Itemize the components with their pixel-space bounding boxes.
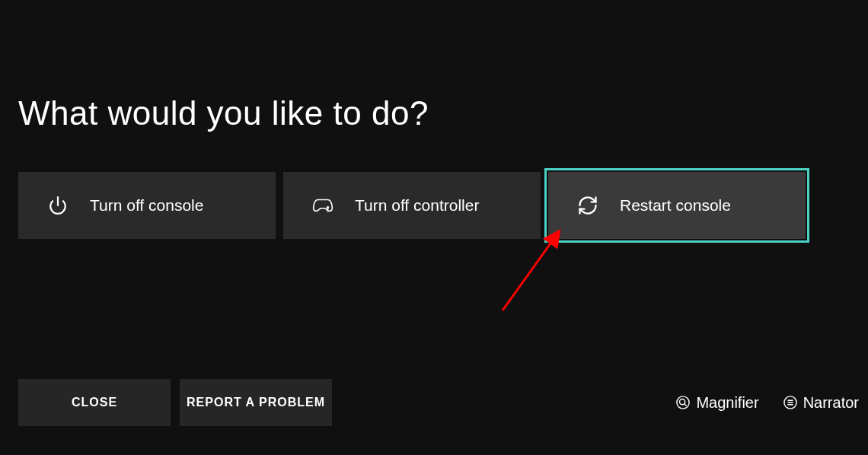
controller-icon — [312, 195, 333, 216]
power-menu-container: What would you like to do? Turn off cons… — [0, 0, 868, 455]
restart-console-label: Restart console — [620, 196, 731, 215]
magnifier-icon — [676, 396, 690, 409]
power-icon — [47, 195, 69, 216]
restart-console-button[interactable]: Restart console — [548, 172, 806, 239]
close-label: CLOSE — [72, 396, 117, 409]
bottom-bar: CLOSE REPORT A PROBLEM Magnifier — [18, 379, 859, 426]
svg-line-5 — [503, 233, 558, 310]
power-options-row: Turn off console Turn off controller — [18, 172, 850, 239]
magnifier-label: Magnifier — [696, 394, 758, 412]
narrator-icon — [783, 396, 797, 409]
bottom-right-buttons: Magnifier Narrator — [676, 394, 859, 412]
svg-point-1 — [677, 396, 689, 409]
svg-point-2 — [680, 399, 685, 405]
restart-icon — [577, 195, 598, 216]
page-title: What would you like to do? — [18, 94, 850, 132]
turn-off-console-button[interactable]: Turn off console — [18, 172, 276, 239]
report-problem-button[interactable]: REPORT A PROBLEM — [180, 379, 332, 426]
magnifier-button[interactable]: Magnifier — [676, 394, 758, 412]
turn-off-console-label: Turn off console — [90, 196, 203, 215]
svg-point-0 — [327, 207, 329, 208]
turn-off-controller-label: Turn off controller — [355, 196, 479, 215]
close-button[interactable]: CLOSE — [18, 379, 171, 426]
turn-off-controller-button[interactable]: Turn off controller — [283, 172, 541, 239]
bottom-left-buttons: CLOSE REPORT A PROBLEM — [18, 379, 332, 426]
narrator-label: Narrator — [803, 394, 859, 412]
annotation-arrow-icon — [499, 227, 567, 314]
narrator-button[interactable]: Narrator — [783, 394, 859, 412]
report-label: REPORT A PROBLEM — [187, 396, 325, 409]
